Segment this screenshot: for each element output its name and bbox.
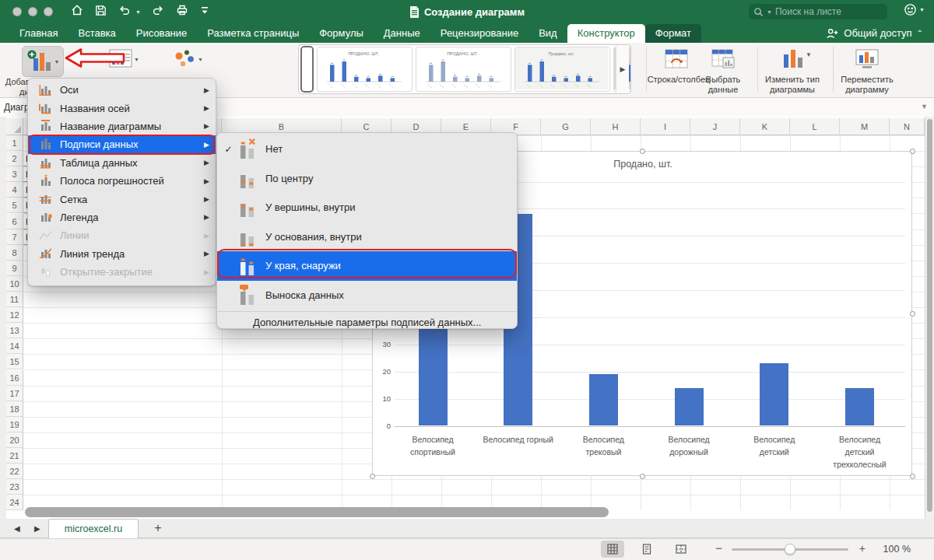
sheet-tab-active[interactable]: microexcel.ru — [48, 519, 139, 538]
row-header-15[interactable]: 15 — [6, 354, 23, 369]
menu-item-data-table[interactable]: Таблица данных▶ — [28, 154, 216, 172]
submenu-item-outside-end[interactable]: У края, снаружи — [217, 251, 517, 281]
tab-данные[interactable]: Данные — [374, 25, 430, 41]
submenu-item-center[interactable]: По центру — [217, 164, 517, 194]
undo-dropdown-icon[interactable]: ▼ — [135, 9, 141, 15]
undo-icon[interactable] — [118, 3, 132, 20]
tab-формулы[interactable]: Формулы — [309, 25, 374, 41]
column-header-K[interactable]: K — [740, 118, 790, 135]
menu-item-axes[interactable]: Оси▶ — [28, 81, 216, 99]
row-header-24[interactable]: 24 — [6, 495, 23, 510]
submenu-item-inside-end[interactable]: У вершины, внутри — [217, 193, 517, 222]
add-chart-element-button[interactable]: ▼ — [22, 46, 64, 77]
row-header-17[interactable]: 17 — [6, 386, 23, 401]
page-layout-view-button[interactable] — [635, 541, 658, 558]
chart-selection-handle[interactable] — [640, 474, 645, 479]
chart-selection-handle[interactable] — [640, 149, 645, 154]
redo-icon[interactable] — [151, 3, 165, 20]
zoom-window-icon[interactable] — [44, 7, 53, 16]
formula-bar-expand-icon[interactable]: ▼ — [921, 103, 928, 110]
column-header-H[interactable]: H — [591, 118, 641, 135]
row-header-19[interactable]: 19 — [6, 417, 23, 432]
row-header-8[interactable]: 8 — [6, 245, 23, 261]
search-input[interactable]: ▼ Поиск на листе — [749, 4, 887, 19]
row-header-5[interactable]: 5 — [6, 198, 23, 213]
select-data-button[interactable] — [710, 47, 736, 74]
change-chart-type-button[interactable]: ▼ — [781, 47, 812, 74]
row-header-20[interactable]: 20 — [6, 432, 23, 448]
column-header-I[interactable]: I — [641, 118, 690, 135]
menu-item-legend[interactable]: Легенда▶ — [28, 208, 216, 226]
row-header-2[interactable]: 2 — [6, 151, 23, 166]
column-header-G[interactable]: G — [541, 118, 591, 135]
normal-view-button[interactable] — [601, 541, 624, 558]
tab-формат[interactable]: Формат — [645, 24, 701, 43]
tab-главная[interactable]: Главная — [9, 25, 68, 41]
submenu-item-none[interactable]: ✓Нет — [217, 135, 517, 164]
gallery-scroll-right-button[interactable]: ▶ — [616, 45, 629, 93]
menu-item-gridlines[interactable]: Сетка▶ — [28, 190, 216, 208]
move-chart-button[interactable] — [854, 47, 880, 74]
select-all-corner[interactable] — [6, 118, 23, 135]
traffic-lights[interactable] — [12, 7, 53, 16]
switch-row-column-button[interactable] — [663, 47, 690, 74]
next-sheet-icon[interactable]: ▶ — [34, 519, 40, 538]
column-header-L[interactable]: L — [790, 118, 840, 135]
chart-style-thumbnail[interactable]: Продано, шт. — [514, 47, 610, 92]
collapse-ribbon-icon[interactable]: ⌃ — [917, 29, 923, 37]
row-header-23[interactable]: 23 — [6, 479, 23, 495]
row-header-3[interactable]: 3 — [6, 166, 23, 182]
row-header-18[interactable]: 18 — [6, 401, 23, 417]
zoom-slider-thumb[interactable] — [785, 544, 795, 555]
print-icon[interactable] — [175, 3, 189, 20]
chart-style-thumbnail[interactable]: Продано, шт. — [317, 47, 413, 92]
row-header-1[interactable]: 1 — [6, 135, 23, 151]
menu-item-error-bars[interactable]: Полоса погрешностей▶ — [28, 172, 216, 190]
horizontal-scrollbar[interactable] — [25, 507, 609, 517]
row-header-10[interactable]: 10 — [6, 276, 23, 292]
column-header-J[interactable]: J — [690, 118, 740, 135]
tab-рисование[interactable]: Рисование — [126, 25, 197, 41]
chart-style-thumbnail-selected[interactable]: Продано, шт. — [300, 46, 314, 93]
row-header-9[interactable]: 9 — [6, 261, 23, 276]
add-sheet-button[interactable]: + — [149, 519, 167, 538]
menu-item-axis-titles[interactable]: Названия осей▶ — [28, 99, 216, 117]
zoom-out-button[interactable]: − — [715, 541, 722, 555]
chart-selection-handle[interactable] — [910, 149, 915, 154]
feedback-button[interactable]: ▼ — [904, 3, 925, 16]
close-icon[interactable] — [12, 7, 22, 16]
row-header-12[interactable]: 12 — [6, 307, 23, 323]
menu-item-data-labels[interactable]: Подписи данных▶ — [28, 135, 216, 153]
row-header-13[interactable]: 13 — [6, 323, 23, 338]
tab-конструктор[interactable]: Конструктор — [567, 24, 645, 43]
row-header-11[interactable]: 11 — [6, 292, 23, 307]
row-header-16[interactable]: 16 — [6, 370, 23, 386]
menu-item-trendline[interactable]: Линия тренда▶ — [28, 245, 216, 263]
row-header-7[interactable]: 7 — [6, 229, 23, 245]
change-colors-button[interactable]: ▼ — [173, 49, 203, 69]
tab-разметка-страницы[interactable]: Разметка страницы — [197, 25, 309, 41]
row-header-22[interactable]: 22 — [6, 464, 23, 479]
vertical-scrollbar[interactable] — [925, 117, 934, 519]
minimize-icon[interactable] — [28, 7, 37, 16]
row-header-14[interactable]: 14 — [6, 338, 23, 354]
row-header-6[interactable]: 6 — [6, 214, 23, 229]
tab-вид[interactable]: Вид — [528, 25, 567, 41]
submenu-item-inside-base[interactable]: У основания, внутри — [217, 222, 517, 252]
save-icon[interactable] — [94, 4, 107, 20]
row-header-4[interactable]: 4 — [6, 182, 23, 198]
column-header-M[interactable]: M — [840, 118, 890, 135]
tab-вставка[interactable]: Вставка — [68, 25, 125, 41]
chart-selection-handle[interactable] — [910, 311, 915, 317]
share-button[interactable]: Общий доступ ⌃ — [825, 23, 923, 43]
page-break-view-button[interactable] — [669, 541, 693, 558]
customize-toolbar-icon[interactable] — [199, 4, 210, 19]
chart-style-thumbnail[interactable]: Продано, шт. — [416, 47, 511, 92]
zoom-in-button[interactable]: + — [859, 542, 866, 555]
row-header-21[interactable]: 21 — [6, 448, 23, 464]
column-header-N[interactable]: N — [890, 118, 925, 135]
tab-рецензирование[interactable]: Рецензирование — [430, 25, 528, 41]
more-data-label-options-item[interactable]: Дополнительные параметры подписей данных… — [217, 313, 517, 331]
prev-sheet-icon[interactable]: ◀ — [14, 519, 20, 538]
zoom-slider[interactable] — [732, 548, 848, 551]
